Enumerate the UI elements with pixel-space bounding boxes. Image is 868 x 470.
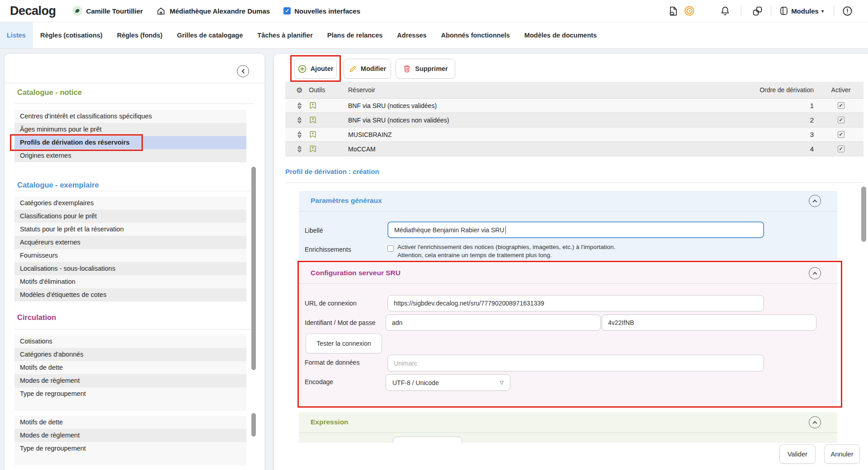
scrollbar-thumb[interactable]: [861, 187, 866, 242]
row-activate-checkbox[interactable]: ✓: [838, 117, 844, 123]
sidebar-item[interactable]: Motifs de dette: [14, 416, 246, 429]
scrollbar-thumb[interactable]: [251, 167, 256, 370]
tab-grilles-catalogage[interactable]: Grilles de catalogage: [170, 22, 250, 48]
dropdown-triangle-icon: ▽: [500, 380, 504, 385]
new-interfaces-toggle[interactable]: ✓ Nouvelles interfaces: [283, 7, 360, 15]
password-input[interactable]: [602, 315, 816, 331]
current-library[interactable]: Médiathèque Alexandre Dumas: [156, 6, 270, 15]
links-icon[interactable]: [752, 6, 763, 16]
edit-button[interactable]: Modifier: [344, 59, 391, 79]
sidebar-item[interactable]: Type de regroupement: [14, 387, 246, 400]
delete-button[interactable]: Supprimer: [396, 59, 455, 79]
sidebar-item[interactable]: Fournisseurs: [14, 249, 246, 262]
sidebar-item[interactable]: Motifs d'élimination: [14, 275, 246, 288]
header-divider: [771, 5, 771, 16]
row-activate-checkbox[interactable]: ✓: [838, 131, 844, 138]
reservoir-name: MUSICBRAINZ: [348, 131, 737, 138]
add-bookmark-icon[interactable]: [309, 102, 316, 109]
sidebar-item[interactable]: Type de regroupement: [14, 442, 246, 455]
format-label: Format de données: [305, 359, 359, 366]
add-bookmark-icon[interactable]: [309, 131, 316, 138]
credentials-label: Identifiant / Mot de passe: [305, 319, 375, 326]
login-input[interactable]: [386, 315, 601, 331]
tab-regles-fonds[interactable]: Règles (fonds): [110, 22, 170, 48]
sidebar-item[interactable]: Modes de règlement: [14, 429, 246, 442]
sort-handle-icon[interactable]: [296, 146, 303, 153]
table-row[interactable]: MoCCAM 4 ✓: [285, 142, 863, 156]
scrollbar-thumb[interactable]: [251, 413, 256, 437]
table-row[interactable]: MUSICBRAINZ 3 ✓: [285, 127, 863, 142]
sidebar-item[interactable]: Origines externes: [14, 149, 246, 162]
modules-menu[interactable]: Modules ▾: [779, 6, 824, 15]
app-logo: Decalog: [10, 4, 56, 18]
detail-title: Profil de dérivation : création: [285, 168, 379, 175]
enrichissements-description: Activer l'enrichissement des notices (bi…: [397, 243, 615, 259]
section-title: Paramètres généraux: [311, 197, 382, 205]
sidebar-item[interactable]: Classifications pour le prêt: [14, 210, 246, 223]
sidebar-item[interactable]: Âges minimums pour le prêt: [14, 123, 246, 136]
section-title-catalogue-exemplaire: Catalogue - exemplaire: [17, 181, 99, 189]
sidebar-item-selected[interactable]: Profils de dérivation des réservoirs: [14, 136, 246, 149]
sort-handle-icon[interactable]: [296, 117, 303, 124]
main-tabbar: Listes Règles (cotisations) Règles (fond…: [0, 22, 868, 49]
test-connection-button[interactable]: Tester la connexion: [306, 334, 382, 353]
beacon-icon[interactable]: [684, 5, 695, 16]
modules-label: Modules: [791, 7, 819, 15]
sidebar-item[interactable]: Catégories d'abonnés: [14, 348, 246, 361]
encoding-select[interactable]: UTF-8 / Unicode ▽: [386, 374, 510, 391]
info-icon[interactable]: [842, 6, 853, 16]
edit-button-label: Modifier: [361, 65, 386, 72]
sort-handle-icon[interactable]: [296, 102, 303, 109]
user-name-label: Camille Tourtillier: [86, 7, 143, 15]
row-activate-checkbox[interactable]: ✓: [838, 102, 844, 109]
url-label: URL de connexion: [305, 300, 357, 307]
tab-listes[interactable]: Listes: [0, 22, 33, 48]
tab-adresses[interactable]: Adresses: [390, 22, 434, 48]
test-connection-label: Tester la connexion: [316, 340, 371, 347]
tab-abonnes-fonctionnels[interactable]: Abonnés fonctionnels: [434, 22, 517, 48]
add-button-label: Ajouter: [311, 65, 334, 72]
libelle-label: Libellé: [305, 227, 323, 234]
tab-modeles-documents[interactable]: Modèles de documents: [517, 22, 604, 48]
current-user[interactable]: Camille Tourtillier: [72, 6, 143, 16]
reservoirs-table: ⚙ Outils Réservoir Ordre de dérivation A…: [285, 82, 863, 156]
connection-url-input[interactable]: [387, 295, 764, 311]
sidebar-item[interactable]: Acquéreurs externes: [14, 236, 246, 249]
libelle-input[interactable]: Médiathèque Benjamin Rabier via SRU: [387, 221, 764, 238]
add-button[interactable]: Ajouter: [294, 59, 337, 79]
section-items-overflow: Motifs de dette Modes de règlement Type …: [14, 416, 246, 465]
add-bookmark-icon[interactable]: [309, 145, 316, 153]
collapse-sidebar-button[interactable]: [237, 65, 249, 77]
table-row[interactable]: BNF via SRU (notices validées) 1 ✓: [285, 99, 863, 113]
sidebar-item[interactable]: Modèles d'étiquettes de cotes: [14, 288, 246, 301]
derivation-order: 2: [737, 116, 818, 124]
library-name-label: Médiathèque Alexandre Dumas: [170, 7, 270, 15]
sidebar-item[interactable]: Statuts pour le prêt et la réservation: [14, 223, 246, 236]
row-activate-checkbox[interactable]: ✓: [838, 146, 844, 152]
collapse-section-button[interactable]: [809, 195, 821, 207]
derivation-order: 1: [737, 102, 818, 109]
sidebar-item[interactable]: Localisations - sous-localisations: [14, 262, 246, 275]
libelle-value: Médiathèque Benjamin Rabier via SRU: [394, 226, 505, 234]
expression-input[interactable]: [393, 437, 462, 443]
validate-button[interactable]: Valider: [779, 444, 816, 464]
data-format-input[interactable]: [387, 355, 764, 371]
cancel-button[interactable]: Annuler: [824, 444, 860, 464]
sidebar-item[interactable]: Modes de règlement: [14, 374, 246, 387]
tab-taches-planifier[interactable]: Tâches à planifier: [250, 22, 320, 48]
sidebar-item[interactable]: Catégories d'exemplaires: [14, 197, 246, 210]
tab-regles-cotisations[interactable]: Règles (cotisations): [33, 22, 110, 48]
table-row[interactable]: BNF via SRU (notices non validées) 2 ✓: [285, 113, 863, 127]
enrichissements-checkbox[interactable]: [387, 245, 394, 252]
sidebar-item[interactable]: Motifs de dette: [14, 361, 246, 374]
sidebar-item[interactable]: Centres d'intérêt et classifications spé…: [14, 110, 246, 123]
sidebar-item[interactable]: Cotisations: [14, 335, 246, 348]
enrichissements-label: Enrichissements: [305, 246, 351, 253]
tab-plans-relances[interactable]: Plans de relances: [320, 22, 390, 48]
add-bookmark-icon[interactable]: [309, 116, 316, 124]
sort-handle-icon[interactable]: [296, 131, 303, 138]
collapse-section-button[interactable]: [809, 416, 821, 428]
notifications-bell-icon[interactable]: [720, 6, 730, 16]
export-document-icon[interactable]: [668, 6, 679, 16]
collapse-section-button[interactable]: [809, 267, 821, 279]
